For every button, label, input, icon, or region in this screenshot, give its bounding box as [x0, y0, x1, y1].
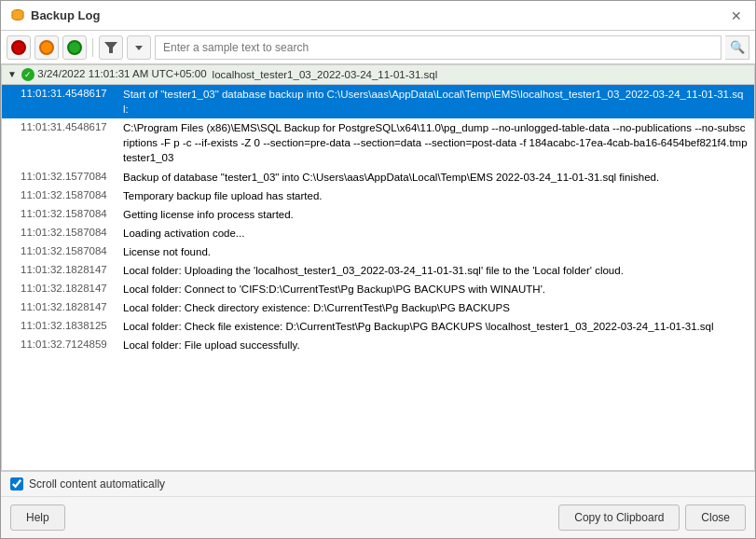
- log-row-message: License not found.: [123, 242, 754, 261]
- log-row-time: 11:01:32.1828147: [2, 298, 123, 314]
- error-icon: [11, 40, 26, 55]
- toolbar: 🔍: [1, 31, 755, 64]
- log-row-time: 11:01:32.1577084: [2, 168, 123, 184]
- log-row[interactable]: 11:01:32.1828147Local folder: Connect to…: [2, 280, 754, 298]
- warning-icon: [39, 40, 54, 55]
- log-row-time: 11:01:32.1838125: [2, 317, 123, 333]
- log-row-message: Getting license info process started.: [123, 205, 754, 224]
- error-filter-button[interactable]: [7, 35, 31, 60]
- scroll-auto-label: Scroll content automatically: [29, 477, 165, 491]
- log-header-message: localhost_tester1_03_2022-03-24_11-01-31…: [213, 65, 754, 84]
- success-icon: ✓: [21, 68, 34, 81]
- funnel-icon: [104, 42, 117, 53]
- filter-button[interactable]: [99, 35, 123, 60]
- log-row[interactable]: 11:01:32.1587084Getting license info pro…: [2, 205, 754, 224]
- close-button[interactable]: Close: [685, 504, 746, 531]
- search-icon: 🔍: [730, 40, 745, 54]
- log-row[interactable]: 11:01:32.7124859Local folder: File uploa…: [2, 336, 754, 354]
- footer-bar: Scroll content automatically: [1, 471, 755, 496]
- database-icon: [10, 8, 25, 23]
- log-row-message: Start of "tester1_03" database backup in…: [123, 85, 754, 118]
- log-row-time: 11:01:32.7124859: [2, 336, 123, 352]
- search-button[interactable]: 🔍: [725, 35, 749, 60]
- copy-to-clipboard-button[interactable]: Copy to Clipboard: [558, 504, 680, 531]
- log-row-time: 11:01:32.1587084: [2, 242, 123, 258]
- log-row-message: Local folder: Uploading the 'localhost_t…: [123, 261, 754, 280]
- svg-marker-1: [104, 42, 117, 53]
- right-buttons: Copy to Clipboard Close: [558, 504, 746, 531]
- title-bar-left: Backup Log: [10, 8, 100, 23]
- title-bar: Backup Log ✕: [1, 1, 755, 31]
- log-row[interactable]: 11:01:32.1828147Local folder: Check dire…: [2, 298, 754, 317]
- filter-dropdown-button[interactable]: [127, 35, 151, 60]
- button-bar: Help Copy to Clipboard Close: [1, 496, 755, 538]
- info-filter-button[interactable]: [62, 35, 87, 60]
- search-input[interactable]: [155, 35, 722, 60]
- log-row-time: 11:01:32.1828147: [2, 261, 123, 277]
- svg-marker-2: [135, 46, 143, 50]
- backup-log-window: Backup Log ✕ 🔍: [0, 0, 756, 539]
- log-row-time: 11:01:32.1587084: [2, 224, 123, 240]
- log-row[interactable]: 11:01:32.1587084Loading activation code.…: [2, 224, 754, 242]
- log-row-message: Backup of database "tester1_03" into C:\…: [123, 168, 754, 187]
- log-row-time: 11:01:32.1587084: [2, 187, 123, 202]
- log-rows-container: 11:01:31.4548617Start of "tester1_03" da…: [2, 85, 754, 354]
- chevron-down-icon: [135, 44, 143, 51]
- log-row[interactable]: 11:01:31.4548617C:\Program Files (x86)\E…: [2, 118, 754, 167]
- log-row[interactable]: 11:01:32.1828147Local folder: Uploading …: [2, 261, 754, 280]
- warning-filter-button[interactable]: [34, 35, 59, 60]
- help-button[interactable]: Help: [10, 504, 65, 531]
- scroll-auto-checkbox[interactable]: [10, 477, 23, 491]
- log-row[interactable]: 11:01:31.4548617Start of "tester1_03" da…: [2, 85, 754, 118]
- log-row[interactable]: 11:01:32.1587084License not found.: [2, 242, 754, 261]
- log-row-message: Loading activation code...: [123, 224, 754, 242]
- log-row-message: Local folder: Connect to 'CIFS:D:\Curren…: [123, 280, 754, 298]
- window-close-button[interactable]: ✕: [727, 7, 746, 25]
- log-row-message: C:\Program Files (x86)\EMS\SQL Backup fo…: [123, 118, 754, 167]
- log-header-time: ▼ ✓ 3/24/2022 11:01:31 AM UTC+05:00: [2, 65, 213, 83]
- log-row[interactable]: 11:01:32.1587084Temporary backup file up…: [2, 187, 754, 205]
- toolbar-divider: [92, 38, 93, 57]
- log-header-row[interactable]: ▼ ✓ 3/24/2022 11:01:31 AM UTC+05:00 loca…: [2, 65, 754, 85]
- log-row-message: Local folder: File upload successfully.: [123, 336, 754, 354]
- log-row[interactable]: 11:01:32.1577084Backup of database "test…: [2, 168, 754, 187]
- log-row[interactable]: 11:01:32.1838125Local folder: Check file…: [2, 317, 754, 336]
- log-area[interactable]: ▼ ✓ 3/24/2022 11:01:31 AM UTC+05:00 loca…: [1, 64, 755, 471]
- scroll-auto-container: Scroll content automatically: [10, 477, 165, 491]
- log-row-time: 11:01:31.4548617: [2, 85, 123, 101]
- log-row-time: 11:01:32.1828147: [2, 280, 123, 296]
- log-row-message: Local folder: Check file existence: D:\C…: [123, 317, 754, 336]
- info-icon: [67, 40, 82, 55]
- log-row-message: Temporary backup file upload has started…: [123, 187, 754, 205]
- log-row-time: 11:01:32.1587084: [2, 205, 123, 221]
- window-title: Backup Log: [31, 8, 100, 22]
- log-row-message: Local folder: Check directory existence:…: [123, 298, 754, 317]
- expand-arrow-icon: ▼: [7, 69, 17, 79]
- log-row-time: 11:01:31.4548617: [2, 118, 123, 134]
